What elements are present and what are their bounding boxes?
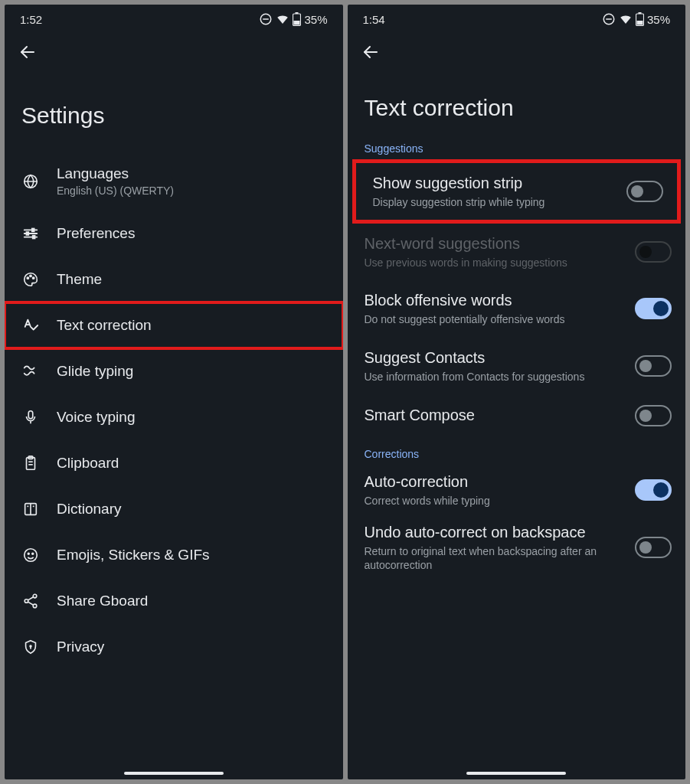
item-label: Share Gboard <box>57 593 326 609</box>
item-languages[interactable]: Languages English (US) (QWERTY) <box>5 152 343 211</box>
svg-point-16 <box>33 277 34 279</box>
toggle-sublabel: Display suggestion strip while typing <box>373 195 618 209</box>
status-time: 1:54 <box>363 13 385 26</box>
svg-point-26 <box>25 549 38 562</box>
toggle-label: Smart Compose <box>365 406 626 425</box>
toggle-label: Auto-correction <box>365 472 626 492</box>
palette-icon <box>21 270 40 289</box>
dnd-icon <box>602 12 616 26</box>
item-glide-typing[interactable]: Glide typing <box>5 348 343 394</box>
switch-off[interactable] <box>626 181 663 202</box>
svg-point-15 <box>30 275 31 276</box>
item-clipboard[interactable]: Clipboard <box>5 440 343 486</box>
switch-on[interactable] <box>635 479 672 501</box>
svg-point-28 <box>32 553 34 554</box>
svg-rect-12 <box>27 232 29 235</box>
svg-point-31 <box>33 604 37 608</box>
toggle-label: Undo auto-correct on backspace <box>365 523 626 542</box>
gesture-icon <box>21 362 40 381</box>
toggle-undo-auto-correct[interactable]: Undo auto-correct on backspace Return to… <box>348 515 686 580</box>
item-label: Clipboard <box>57 455 326 472</box>
share-icon <box>21 592 40 610</box>
wifi-icon <box>276 12 289 26</box>
nav-handle[interactable] <box>466 772 566 775</box>
item-voice-typing[interactable]: Voice typing <box>5 394 343 440</box>
item-label: Preferences <box>57 225 326 242</box>
toggle-sublabel: Use information from Contacts for sugges… <box>365 370 626 384</box>
page-title: Settings <box>5 72 343 152</box>
mic-icon <box>21 408 40 426</box>
item-sublabel: English (US) (QWERTY) <box>57 185 326 197</box>
toggle-suggest-contacts[interactable]: Suggest Contacts Use information from Co… <box>348 338 686 394</box>
svg-point-34 <box>30 645 31 647</box>
switch-on[interactable] <box>635 298 672 319</box>
item-emojis[interactable]: Emojis, Stickers & GIFs <box>5 532 343 578</box>
battery-percent: 35% <box>304 13 327 26</box>
battery-icon <box>293 12 301 26</box>
svg-point-29 <box>33 594 37 598</box>
battery-percent: 35% <box>647 13 670 26</box>
toggle-sublabel: Return to original text when backspacing… <box>365 544 626 572</box>
switch-disabled <box>635 241 672 263</box>
switch-off[interactable] <box>635 355 672 377</box>
page-title: Text correction <box>348 72 686 136</box>
globe-icon <box>21 172 40 191</box>
toggle-smart-compose[interactable]: Smart Compose <box>348 394 686 437</box>
svg-rect-13 <box>33 236 35 239</box>
svg-rect-40 <box>636 21 643 25</box>
svg-rect-3 <box>296 12 299 14</box>
item-label: Theme <box>57 271 326 288</box>
toggle-next-word-suggestions: Next-word suggestions Use previous words… <box>348 224 686 280</box>
status-icons: 35% <box>602 12 670 26</box>
status-time: 1:52 <box>20 13 42 26</box>
battery-icon <box>636 12 644 26</box>
clipboard-icon <box>21 454 40 472</box>
item-label: Languages <box>57 165 326 182</box>
toggle-auto-correction[interactable]: Auto-correction Correct words while typi… <box>348 465 686 515</box>
toggle-label: Suggest Contacts <box>365 348 626 368</box>
item-label: Privacy <box>57 639 326 655</box>
wifi-icon <box>619 12 633 26</box>
settings-screen: 1:52 35% Settings Languages English (US)… <box>5 5 343 779</box>
svg-line-33 <box>28 602 34 605</box>
item-privacy[interactable]: Privacy <box>5 624 343 659</box>
item-label: Dictionary <box>57 501 326 518</box>
svg-rect-11 <box>32 229 34 232</box>
svg-rect-39 <box>638 12 641 14</box>
status-bar: 1:52 35% <box>5 5 343 31</box>
svg-line-32 <box>28 597 34 600</box>
toggle-label: Block offensive words <box>365 291 626 310</box>
back-arrow-icon[interactable] <box>18 43 37 61</box>
svg-point-30 <box>25 599 28 603</box>
item-text-correction[interactable]: Text correction <box>5 302 343 348</box>
toggle-show-suggestion-strip[interactable]: Show suggestion strip Display suggestion… <box>356 163 678 220</box>
emoji-icon <box>21 546 40 564</box>
item-label: Emojis, Stickers & GIFs <box>57 547 326 564</box>
toggle-label: Show suggestion strip <box>373 174 618 193</box>
item-label: Text correction <box>57 317 326 334</box>
item-theme[interactable]: Theme <box>5 256 343 302</box>
shield-icon <box>21 638 40 656</box>
dnd-icon <box>259 12 273 26</box>
back-arrow-icon[interactable] <box>361 43 380 61</box>
switch-off[interactable] <box>635 537 672 558</box>
status-icons: 35% <box>259 12 327 26</box>
toggle-block-offensive-words[interactable]: Block offensive words Do not suggest pot… <box>348 280 686 337</box>
item-preferences[interactable]: Preferences <box>5 211 343 256</box>
toggle-sublabel: Correct words while typing <box>365 494 626 508</box>
section-corrections: Corrections <box>348 437 686 465</box>
settings-list: Languages English (US) (QWERTY) Preferen… <box>5 152 343 659</box>
nav-handle[interactable] <box>124 772 224 775</box>
toggle-label: Next-word suggestions <box>365 234 626 253</box>
toggle-sublabel: Do not suggest potentially offensive wor… <box>365 312 626 326</box>
switch-off[interactable] <box>635 405 672 426</box>
spellcheck-icon <box>21 316 40 335</box>
item-dictionary[interactable]: Dictionary <box>5 486 343 532</box>
status-bar: 1:54 35% <box>348 5 686 31</box>
item-share-gboard[interactable]: Share Gboard <box>5 578 343 624</box>
section-suggestions: Suggestions <box>348 136 686 159</box>
svg-rect-4 <box>294 21 300 25</box>
text-correction-screen: 1:54 35% Text correction Suggestions Sho… <box>348 5 686 779</box>
book-icon <box>21 500 40 518</box>
item-label: Voice typing <box>57 409 326 426</box>
